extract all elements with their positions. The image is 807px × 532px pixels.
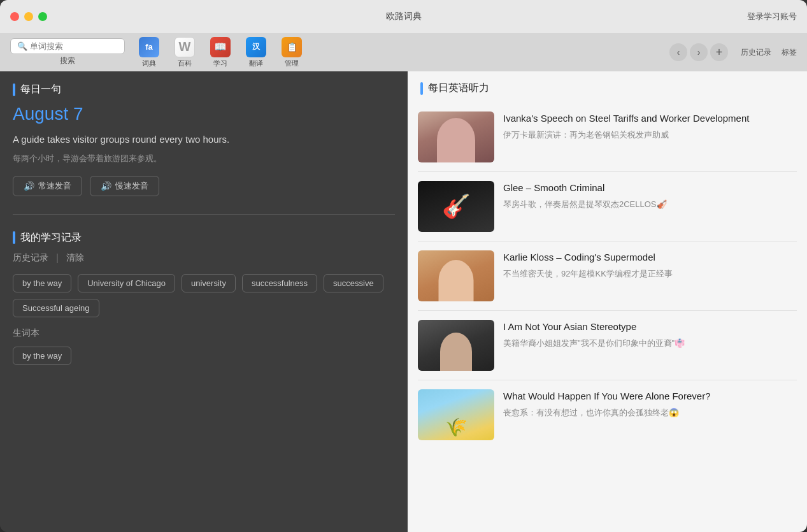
- history-sublabel: 历史记录: [13, 252, 48, 264]
- nav-buttons: ‹ › +: [669, 43, 728, 61]
- login-button[interactable]: 登录学习账号: [747, 11, 797, 22]
- news-title-2: Glee – Smooth Criminal: [503, 181, 797, 194]
- speaker-icon-slow: [101, 181, 111, 191]
- news-thumb-2: [418, 181, 494, 232]
- baike-button[interactable]: W 百科: [168, 34, 201, 71]
- news-content-5: What Would Happen If You Were Alone Fore…: [503, 389, 797, 440]
- window-title: 欧路词典: [386, 11, 422, 22]
- daily-section: August 7 A guide takes visitor groups ro…: [0, 104, 408, 209]
- toolbar-icons: fa 词典 W 百科 📖 学习 汉 翻译: [132, 34, 308, 71]
- fanyi-icon: 汉: [246, 37, 266, 57]
- close-button[interactable]: [10, 12, 19, 21]
- news-item-3[interactable]: Karlie Kloss – Coding's Supermodel 不当维密天…: [418, 241, 797, 311]
- news-item-2[interactable]: Glee – Smooth Criminal 琴房斗歌，伴奏居然是提琴双杰2CE…: [418, 172, 797, 241]
- daily-section-title: 每日一句: [20, 83, 61, 96]
- fanyi-label: 翻译: [249, 59, 263, 68]
- divider: [13, 214, 395, 215]
- search-input[interactable]: [30, 41, 119, 51]
- xuexi-label: 学习: [213, 59, 227, 68]
- search-label: 搜索: [60, 55, 75, 66]
- daily-chinese: 每两个小时，导游会带着旅游团来参观。: [13, 152, 395, 166]
- study-section-title: 我的学习记录: [20, 231, 82, 245]
- maximize-button[interactable]: [38, 12, 47, 21]
- news-title-4: I Am Not Your Asian Stereotype: [503, 320, 797, 333]
- left-panel: 每日一句 August 7 A guide takes visitor grou…: [0, 71, 408, 532]
- vocab-tags-container: by the way: [13, 347, 395, 365]
- xuexi-button[interactable]: 📖 学习: [204, 34, 237, 71]
- xuexi-icon: 📖: [210, 37, 231, 57]
- news-item-1[interactable]: Ivanka's Speech on Steel Tariffs and Wor…: [418, 103, 797, 172]
- history-label[interactable]: 历史记录: [741, 47, 771, 58]
- nav-right-labels: 历史记录 标签: [741, 47, 797, 58]
- baike-icon: W: [175, 37, 195, 57]
- search-icon: 🔍: [17, 41, 27, 51]
- study-section-header: 我的学习记录: [0, 220, 408, 252]
- news-title-1: Ivanka's Speech on Steel Tariffs and Wor…: [503, 111, 797, 125]
- news-content-4: I Am Not Your Asian Stereotype 美籍华裔小姐姐发声…: [503, 320, 797, 371]
- nav-back-button[interactable]: ‹: [669, 43, 687, 61]
- cidian-button[interactable]: fa 词典: [132, 34, 166, 71]
- nav-forward-button[interactable]: ›: [690, 43, 708, 61]
- normal-speed-button[interactable]: 常速发音: [13, 176, 82, 196]
- fanyi-button[interactable]: 汉 翻译: [239, 34, 273, 71]
- tag-by-the-way[interactable]: by the way: [13, 274, 71, 292]
- baike-label: 百科: [178, 59, 192, 68]
- tag-university[interactable]: university: [182, 274, 236, 292]
- news-subtitle-5: 丧愈系：有没有想过，也许你真的会孤独终老😱: [503, 406, 797, 419]
- news-item-5[interactable]: What Would Happen If You Were Alone Fore…: [418, 380, 797, 449]
- news-title-5: What Would Happen If You Were Alone Fore…: [503, 389, 797, 403]
- news-thumb-3: [418, 250, 494, 301]
- right-section-bar: [420, 82, 423, 95]
- news-thumb-4: [418, 320, 494, 371]
- tag-label[interactable]: 标签: [782, 47, 797, 58]
- cidian-label: 词典: [142, 59, 156, 68]
- news-subtitle-4: 美籍华裔小姐姐发声"我不是你们印象中的亚裔"👘: [503, 337, 797, 350]
- nav-add-button[interactable]: +: [710, 43, 728, 61]
- daily-section-header: 每日一句: [0, 71, 408, 104]
- search-container: 🔍 搜索: [10, 38, 125, 66]
- main-content: 每日一句 August 7 A guide takes visitor grou…: [0, 71, 807, 532]
- tag-successful-ageing[interactable]: Successful ageing: [13, 299, 99, 317]
- news-thumb-5: [418, 389, 494, 440]
- news-item-4[interactable]: I Am Not Your Asian Stereotype 美籍华裔小姐姐发声…: [418, 311, 797, 380]
- history-tags-container: by the way University of Chicago univers…: [13, 274, 395, 317]
- study-section: 历史记录 | 清除 by the way University of Chica…: [0, 252, 408, 388]
- vocab-title: 生词本: [13, 327, 39, 339]
- right-section-title: 每日英语听力: [428, 82, 489, 95]
- vocab-tag-by-the-way[interactable]: by the way: [13, 347, 71, 365]
- guanli-icon: 📋: [282, 37, 302, 57]
- right-panel: 每日英语听力 Ivanka's Speech on Steel Tariffs …: [408, 71, 807, 532]
- news-subtitle-3: 不当维密天使，92年超模KK学编程才是正经事: [503, 268, 797, 280]
- daily-english: A guide takes visitor groups round every…: [13, 132, 395, 147]
- news-subtitle-2: 琴房斗歌，伴奏居然是提琴双杰2CELLOS🎻: [503, 198, 797, 211]
- daily-section-bar: [13, 83, 15, 96]
- vocab-header: 生词本: [13, 327, 395, 339]
- news-content-1: Ivanka's Speech on Steel Tariffs and Wor…: [503, 111, 797, 162]
- cidian-icon: fa: [139, 37, 159, 57]
- guanli-label: 管理: [285, 59, 299, 68]
- app-window: 欧路词典 登录学习账号 🔍 搜索 fa 词典 W 百科: [0, 0, 807, 532]
- speaker-icon-normal: [24, 181, 34, 191]
- news-content-2: Glee – Smooth Criminal 琴房斗歌，伴奏居然是提琴双杰2CE…: [503, 181, 797, 232]
- tag-successive[interactable]: successive: [324, 274, 383, 292]
- tag-successfulness[interactable]: successfulness: [242, 274, 317, 292]
- clear-link[interactable]: 清除: [66, 252, 84, 264]
- minimize-button[interactable]: [24, 12, 33, 21]
- study-subheader: 历史记录 | 清除: [13, 252, 395, 264]
- toolbar: 🔍 搜索 fa 词典 W 百科 📖 学习: [0, 33, 807, 71]
- titlebar: 欧路词典 登录学习账号: [0, 0, 807, 33]
- guanli-button[interactable]: 📋 管理: [275, 34, 308, 71]
- news-thumb-1: [418, 111, 494, 162]
- news-list: Ivanka's Speech on Steel Tariffs and Wor…: [408, 103, 807, 449]
- right-section-header: 每日英语听力: [408, 71, 807, 103]
- news-title-3: Karlie Kloss – Coding's Supermodel: [503, 250, 797, 264]
- traffic-lights: [10, 12, 47, 21]
- study-section-bar: [13, 231, 15, 244]
- news-subtitle-1: 伊万卡最新演讲：再为老爸钢铝关税发声助威: [503, 129, 797, 141]
- search-box[interactable]: 🔍: [10, 38, 125, 54]
- news-content-3: Karlie Kloss – Coding's Supermodel 不当维密天…: [503, 250, 797, 301]
- slow-speed-button[interactable]: 慢速发音: [90, 176, 159, 196]
- audio-buttons: 常速发音 慢速发音: [13, 176, 395, 196]
- tag-university-of-chicago[interactable]: University of Chicago: [78, 274, 175, 292]
- daily-date: August 7: [13, 104, 395, 124]
